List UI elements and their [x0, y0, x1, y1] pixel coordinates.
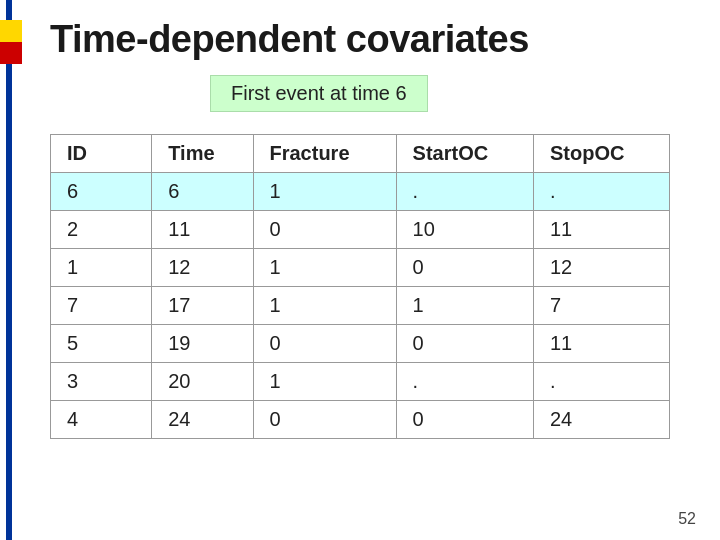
table-row: 5190011: [51, 325, 670, 363]
table-row: 21101011: [51, 211, 670, 249]
cell-stopOC-0: .: [533, 173, 669, 211]
cell-fracture-1: 0: [253, 211, 396, 249]
col-header-time: Time: [152, 135, 253, 173]
highlight-box: First event at time 6: [210, 75, 428, 112]
cell-stopOC-1: 11: [533, 211, 669, 249]
page-number: 52: [678, 510, 696, 528]
col-header-startoc: StartOC: [396, 135, 533, 173]
cell-fracture-6: 0: [253, 401, 396, 439]
bar-red: [0, 42, 22, 64]
cell-fracture-3: 1: [253, 287, 396, 325]
cell-id-4: 5: [51, 325, 152, 363]
cell-stopOC-5: .: [533, 363, 669, 401]
cell-time-3: 17: [152, 287, 253, 325]
cell-startOC-3: 1: [396, 287, 533, 325]
cell-stopOC-2: 12: [533, 249, 669, 287]
bar-blue: [6, 0, 12, 540]
cell-time-2: 12: [152, 249, 253, 287]
cell-startOC-1: 10: [396, 211, 533, 249]
col-header-fracture: Fracture: [253, 135, 396, 173]
cell-time-5: 20: [152, 363, 253, 401]
cell-startOC-2: 0: [396, 249, 533, 287]
cell-id-1: 2: [51, 211, 152, 249]
col-header-stopoc: StopOC: [533, 135, 669, 173]
cell-id-2: 1: [51, 249, 152, 287]
cell-stopOC-6: 24: [533, 401, 669, 439]
cell-stopOC-4: 11: [533, 325, 669, 363]
table-row: 661..: [51, 173, 670, 211]
cell-id-0: 6: [51, 173, 152, 211]
cell-startOC-0: .: [396, 173, 533, 211]
cell-stopOC-3: 7: [533, 287, 669, 325]
cell-fracture-2: 1: [253, 249, 396, 287]
table-row: 3201..: [51, 363, 670, 401]
cell-startOC-5: .: [396, 363, 533, 401]
cell-time-6: 24: [152, 401, 253, 439]
bar-yellow: [0, 20, 22, 42]
page-container: Time-dependent covariates First event at…: [30, 0, 720, 457]
cell-fracture-0: 1: [253, 173, 396, 211]
cell-time-1: 11: [152, 211, 253, 249]
table-row: 717117: [51, 287, 670, 325]
table-row: 4240024: [51, 401, 670, 439]
table-header-row: ID Time Fracture StartOC StopOC: [51, 135, 670, 173]
data-table: ID Time Fracture StartOC StopOC 661..211…: [50, 134, 670, 439]
cell-id-3: 7: [51, 287, 152, 325]
cell-startOC-6: 0: [396, 401, 533, 439]
col-header-id: ID: [51, 135, 152, 173]
accent-bars: [0, 0, 18, 540]
page-title: Time-dependent covariates: [50, 18, 690, 61]
cell-startOC-4: 0: [396, 325, 533, 363]
cell-fracture-4: 0: [253, 325, 396, 363]
cell-time-4: 19: [152, 325, 253, 363]
cell-id-6: 4: [51, 401, 152, 439]
cell-fracture-5: 1: [253, 363, 396, 401]
table-row: 1121012: [51, 249, 670, 287]
cell-time-0: 6: [152, 173, 253, 211]
cell-id-5: 3: [51, 363, 152, 401]
